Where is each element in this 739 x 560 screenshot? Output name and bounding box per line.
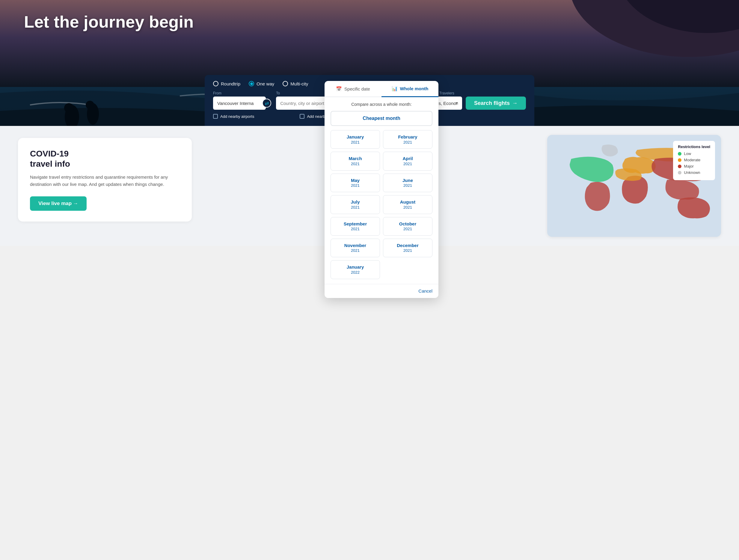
- search-flights-button[interactable]: Search flights →: [466, 97, 526, 110]
- roundtrip-option[interactable]: Roundtrip: [213, 81, 240, 86]
- oneway-radio[interactable]: [249, 81, 254, 86]
- nearby-airports-2-checkbox[interactable]: [300, 114, 304, 119]
- nearby-airports-1-option[interactable]: Add nearby airports: [213, 114, 254, 119]
- covid-card: COVID-19 travel info Navigate travel ent…: [18, 138, 192, 222]
- legend-dot-major: [678, 165, 682, 168]
- month-button-10[interactable]: November2021: [330, 239, 380, 257]
- month-button-5[interactable]: June2021: [383, 173, 432, 192]
- swap-button[interactable]: ⇄: [262, 99, 271, 108]
- compare-label: Compare across a whole month:: [330, 102, 432, 107]
- legend-label-low: Low: [684, 151, 691, 156]
- svg-point-7: [86, 101, 94, 109]
- legend-item-major: Major: [678, 164, 710, 168]
- month-button-0[interactable]: January2021: [330, 130, 380, 149]
- legend-item-unknown: Unknown: [678, 170, 710, 175]
- legend-dot-unknown: [678, 171, 682, 174]
- cheapest-month-label: Cheapest month: [362, 116, 400, 121]
- search-flights-label: Search flights: [474, 100, 510, 107]
- covid-title-line1: COVID-19: [30, 149, 68, 158]
- nearby-airports-1-label: Add nearby airports: [220, 114, 254, 119]
- from-input[interactable]: [213, 97, 266, 110]
- oneway-option[interactable]: One way: [249, 81, 274, 86]
- month-button-11[interactable]: December2021: [383, 239, 432, 257]
- legend-dot-low: [678, 152, 682, 156]
- oneway-label: One way: [257, 81, 274, 86]
- map-container: Restrictions level Low Moderate Major Un…: [547, 135, 721, 237]
- legend-item-low: Low: [678, 151, 710, 156]
- to-field-group: To: [276, 91, 329, 110]
- month-button-6[interactable]: July2021: [330, 195, 380, 214]
- legend-item-moderate: Moderate: [678, 158, 710, 162]
- bar-chart-icon: 📊: [392, 86, 398, 92]
- multicity-option[interactable]: Multi-city: [283, 81, 308, 86]
- search-arrow-icon: →: [512, 100, 518, 107]
- month-button-8[interactable]: September2021: [330, 217, 380, 236]
- from-field-group: From ⇄: [213, 91, 266, 110]
- map-legend: Restrictions level Low Moderate Major Un…: [673, 141, 715, 180]
- svg-point-5: [64, 103, 74, 113]
- month-button-3[interactable]: April2021: [383, 152, 432, 170]
- dropdown-tabs: 📅 Specific date 📊 Whole month: [324, 81, 438, 97]
- legend-label-unknown: Unknown: [684, 170, 700, 175]
- covid-title: COVID-19 travel info: [30, 149, 180, 169]
- month-button-9[interactable]: October2021: [383, 217, 432, 236]
- hero-title: Let the journey begin: [24, 12, 193, 31]
- specific-date-tab[interactable]: 📅 Specific date: [324, 81, 382, 97]
- covid-title-line2: travel info: [30, 159, 70, 168]
- view-live-map-button[interactable]: View live map →: [30, 196, 87, 211]
- to-label: To: [276, 91, 329, 95]
- whole-month-tab[interactable]: 📊 Whole month: [382, 81, 438, 97]
- month-button-7[interactable]: August2021: [383, 195, 432, 214]
- view-live-map-label: View live map →: [38, 200, 78, 206]
- whole-month-tab-label: Whole month: [400, 86, 429, 91]
- date-dropdown: 📅 Specific date 📊 Whole month Compare ac…: [324, 81, 438, 298]
- months-grid: January2021February2021March2021April202…: [330, 130, 432, 279]
- legend-label-moderate: Moderate: [684, 158, 700, 162]
- month-button-2[interactable]: March2021: [330, 152, 380, 170]
- multicity-radio[interactable]: [283, 81, 288, 86]
- cancel-button[interactable]: Cancel: [418, 288, 432, 293]
- dropdown-footer: Cancel: [324, 284, 438, 298]
- month-button-12[interactable]: January2022: [330, 260, 380, 279]
- month-button-1[interactable]: February2021: [383, 130, 432, 149]
- from-label: From: [213, 91, 266, 95]
- to-input[interactable]: [276, 97, 329, 110]
- legend-label-major: Major: [684, 164, 694, 168]
- roundtrip-label: Roundtrip: [221, 81, 240, 86]
- cancel-label: Cancel: [418, 288, 432, 293]
- roundtrip-radio[interactable]: [213, 81, 218, 86]
- legend-dot-moderate: [678, 158, 682, 162]
- map-legend-title: Restrictions level: [678, 144, 710, 149]
- calendar-icon: 📅: [336, 86, 342, 92]
- covid-description: Navigate travel entry restrictions and q…: [30, 173, 180, 188]
- specific-date-tab-label: Specific date: [344, 86, 370, 92]
- nearby-airports-1-checkbox[interactable]: [213, 114, 218, 119]
- multicity-label: Multi-city: [290, 81, 308, 86]
- month-button-4[interactable]: May2021: [330, 173, 380, 192]
- cheapest-month-button[interactable]: Cheapest month: [330, 111, 432, 126]
- dropdown-body: Compare across a whole month: Cheapest m…: [324, 97, 438, 284]
